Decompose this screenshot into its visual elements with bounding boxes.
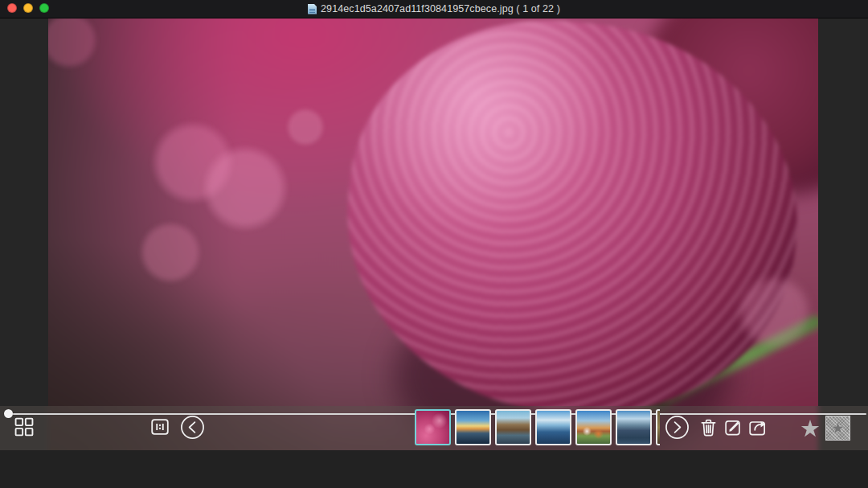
traffic-lights [7, 3, 49, 13]
bokeh-circle [202, 145, 289, 232]
edit-button[interactable] [725, 419, 742, 436]
chevron-left-icon [180, 415, 205, 440]
grid-view-icon [14, 417, 34, 437]
trash-icon [700, 418, 717, 437]
next-image-button[interactable] [665, 415, 690, 440]
grid-view-button[interactable] [14, 417, 34, 437]
favorite-star-button[interactable]: ★ [797, 414, 823, 443]
delete-button[interactable] [700, 418, 717, 437]
window-title-group: 2914ec1d5a2407ad11f30841957cbece.jpg ( 1… [308, 3, 560, 14]
thumbnail-mountain-cabin[interactable] [495, 409, 531, 445]
viewer-background: ★ ★ [0, 18, 868, 450]
thumbnail-lake-clouds[interactable] [535, 409, 571, 445]
bokeh-circle [738, 275, 812, 349]
bokeh-circle [139, 221, 202, 284]
actual-size-button[interactable] [151, 419, 169, 435]
bokeh-circle [286, 108, 325, 146]
zoom-slider-knob[interactable] [4, 409, 13, 418]
thumbnail-flower-garden[interactable] [575, 409, 612, 445]
window-title: 2914ec1d5a2407ad11f30841957cbece.jpg ( 1… [321, 3, 560, 14]
thumbnail-partial-next[interactable] [656, 409, 660, 445]
share-icon [749, 419, 768, 436]
thumbnail-pink-flower-macro[interactable] [415, 409, 451, 445]
document-icon [308, 4, 317, 14]
thumbnail-strip [415, 409, 660, 446]
actual-size-icon [151, 419, 169, 435]
main-image [48, 18, 818, 450]
bottom-toolbar: ★ ★ [0, 406, 868, 450]
image-viewer-window: 2914ec1d5a2407ad11f30841957cbece.jpg ( 1… [0, 0, 868, 488]
close-button[interactable] [7, 3, 17, 13]
share-button[interactable] [749, 419, 768, 436]
favorite-slot-button[interactable]: ★ [825, 416, 850, 441]
zoom-button[interactable] [39, 3, 49, 13]
thumbnail-mountain-lake[interactable] [616, 409, 652, 445]
thumbnail-sunset-lake[interactable] [455, 409, 491, 445]
previous-image-button[interactable] [180, 415, 205, 440]
edit-icon [725, 419, 742, 436]
title-bar: 2914ec1d5a2407ad11f30841957cbece.jpg ( 1… [0, 0, 868, 18]
chevron-right-icon [665, 415, 690, 440]
minimize-button[interactable] [23, 3, 33, 13]
